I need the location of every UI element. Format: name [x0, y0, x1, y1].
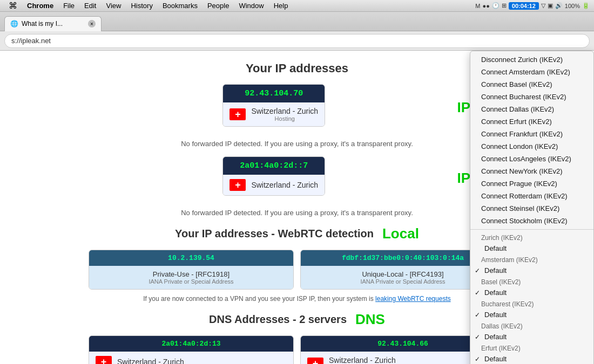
edit-menu[interactable]: Edit	[80, 0, 100, 12]
view-menu[interactable]: View	[102, 0, 125, 12]
ipv6-address: 2a01:4a0:2d::7	[223, 157, 325, 175]
history-menu[interactable]: History	[126, 0, 157, 12]
wifi-signal-icon: ▽	[541, 2, 545, 9]
screen-icon: ▣	[548, 2, 553, 9]
flag-switzerland-dns1	[96, 356, 112, 364]
check-amsterdam: ✓	[475, 267, 483, 274]
webrtc-local-location: Private-Use - [RFC1918] IANA Private or …	[89, 266, 293, 289]
dns1-location: Switzerland - Zurich	[89, 352, 293, 364]
menu-divider-1	[470, 229, 593, 230]
ipv4-hosting-label: Hosting	[251, 115, 318, 122]
webrtc-section-title: Your IP addresses - WebRTC detection	[175, 228, 374, 240]
chrome-menu[interactable]: Chrome	[23, 0, 58, 12]
connect-newyork[interactable]: Connect NewYork (IKEv2)	[470, 165, 593, 177]
local-label: Local	[382, 225, 419, 242]
flag-switzerland	[230, 108, 246, 120]
connect-bucharest[interactable]: Connect Bucharest (IKEv2)	[470, 91, 593, 103]
main-container: Your IP addresses 92.43.104.70 Switzerla…	[0, 51, 594, 364]
help-menu[interactable]: Help	[269, 0, 293, 12]
flag-switzerland-v6	[230, 179, 246, 191]
mail-icon: M	[475, 3, 480, 9]
connect-rotterdam[interactable]: Connect Rotterdam (IKEv2)	[470, 190, 593, 202]
zurich-default[interactable]: Default	[470, 243, 593, 254]
nav-bar: s://ipleak.net	[0, 31, 594, 51]
ipv4-address: 92.43.104.70	[223, 85, 325, 102]
vpn-leak-link[interactable]: leaking WebRTC requests	[375, 295, 451, 303]
tab-bar: 🌐 What is my I... ×	[0, 12, 594, 31]
tab-favicon: 🌐	[10, 20, 18, 28]
connect-losangeles[interactable]: Connect LosAngeles (IKEv2)	[470, 153, 593, 165]
amsterdam-default-label: Default	[484, 266, 507, 274]
webrtc-local-ip: 10.2.139.54	[89, 250, 293, 266]
menu-bar: ⌘ Chrome File Edit View History Bookmark…	[0, 0, 594, 12]
battery-percent: 100%	[565, 3, 580, 9]
section-bucharest: Bucharest (IKEv2)	[470, 298, 593, 309]
people-menu[interactable]: People	[203, 0, 233, 12]
ipv4-row: 92.43.104.70 Switzerland - Zurich Hostin…	[108, 84, 486, 131]
dallas-default-label: Default	[484, 333, 507, 341]
bucharest-default[interactable]: ✓ Default	[470, 309, 593, 320]
section-zurich: Zurich (IKEv2)	[470, 232, 593, 243]
address-text: s://ipleak.net	[11, 37, 51, 45]
dns-section-title: DNS Addresses - 2 servers	[209, 313, 347, 326]
window-menu[interactable]: Window	[234, 0, 268, 12]
ipv4-country-city: Switzerland - Zurich	[251, 107, 318, 115]
erfurt-default[interactable]: ✓ Default	[470, 353, 593, 364]
connect-frankfurt[interactable]: Connect Frankfurt (IKEv2)	[470, 128, 593, 140]
ipv6-row: 2a01:4a0:2d::7 Switzerland - Zurich IPv6	[108, 156, 486, 200]
file-menu[interactable]: File	[59, 0, 79, 12]
amsterdam-default[interactable]: ✓ Default	[470, 265, 593, 276]
check-basel: ✓	[475, 289, 483, 297]
connect-prague[interactable]: Connect Prague (IKEv2)	[470, 177, 593, 190]
address-bar[interactable]: s://ipleak.net	[4, 34, 590, 48]
flag-switzerland-dns2	[307, 358, 323, 364]
volume-icon: 🔊	[555, 2, 563, 9]
dns1-country-city: Switzerland - Zurich	[117, 358, 287, 364]
erfurt-default-label: Default	[484, 355, 507, 363]
bucharest-default-label: Default	[484, 311, 507, 319]
vpn-timer[interactable]: 00:04:12	[509, 2, 539, 10]
disconnect-zurich[interactable]: Disconnect Zurich (IKEv2)	[470, 53, 593, 66]
vpn-dropdown-menu: Disconnect Zurich (IKEv2) Connect Amster…	[470, 51, 594, 364]
connect-basel[interactable]: Connect Basel (IKEv2)	[470, 78, 593, 91]
check-dallas: ✓	[475, 333, 483, 341]
ipv4-block: 92.43.104.70 Switzerland - Zurich Hostin…	[222, 84, 325, 127]
active-tab[interactable]: 🌐 What is my I... ×	[4, 16, 102, 31]
section-basel: Basel (IKEv2)	[470, 276, 593, 287]
tab-list: 🌐 What is my I... ×	[4, 12, 590, 31]
webrtc-local-type: Private-Use - [RFC1918]	[96, 270, 287, 278]
status-bar-right: M ●● 🕐 ⊞ 00:04:12 ▽ ▣ 🔊 100% 🔋	[475, 2, 590, 10]
webrtc-local-sub: IANA Private or Special Address	[96, 278, 287, 285]
ipv6-block: 2a01:4a0:2d::7 Switzerland - Zurich	[222, 156, 325, 196]
tab-title: What is my I...	[22, 20, 85, 28]
bookmarks-menu[interactable]: Bookmarks	[158, 0, 202, 12]
dns1-ip: 2a01:4a0:2d:13	[89, 336, 293, 352]
connect-erfurt[interactable]: Connect Erfurt (IKEv2)	[470, 115, 593, 128]
tab-close-button[interactable]: ×	[88, 20, 96, 28]
connect-steinsel[interactable]: Connect Steinsel (IKEv2)	[470, 202, 593, 215]
check-bucharest: ✓	[475, 311, 483, 319]
ipv6-location: Switzerland - Zurich	[223, 175, 325, 195]
menu-bar-left: ⌘ Chrome File Edit View History Bookmark…	[4, 0, 475, 12]
check-erfurt: ✓	[475, 355, 483, 363]
basel-default[interactable]: ✓ Default	[470, 287, 593, 298]
section-erfurt: Erfurt (IKEv2)	[470, 342, 593, 353]
dallas-default[interactable]: ✓ Default	[470, 331, 593, 342]
battery-icon: 🔋	[582, 2, 590, 9]
dns1-location-text: Switzerland - Zurich	[117, 358, 287, 364]
apple-menu[interactable]: ⌘	[4, 0, 22, 12]
connect-amsterdam[interactable]: Connect Amsterdam (IKEv2)	[470, 66, 593, 78]
section-amsterdam: Amsterdam (IKEv2)	[470, 254, 593, 265]
connect-dallas[interactable]: Connect Dallas (IKEv2)	[470, 103, 593, 115]
ipv4-location-text: Switzerland - Zurich Hosting	[251, 107, 318, 122]
dns-label: DNS	[355, 311, 385, 328]
vpn-leak-text: If you are now connected to a VPN and yo…	[143, 295, 373, 303]
connect-london[interactable]: Connect London (IKEv2)	[470, 140, 593, 153]
zurich-default-label: Default	[484, 244, 507, 252]
ipv6-location-text: Switzerland - Zurich	[251, 181, 318, 189]
dns1-box: 2a01:4a0:2d:13 Switzerland - Zurich	[89, 335, 294, 364]
bluetooth-icon: ⊞	[502, 2, 507, 9]
connect-stockholm[interactable]: Connect Stockholm (IKEv2)	[470, 215, 593, 227]
basel-default-label: Default	[484, 289, 507, 297]
ipv4-location: Switzerland - Zurich Hosting	[223, 102, 325, 126]
